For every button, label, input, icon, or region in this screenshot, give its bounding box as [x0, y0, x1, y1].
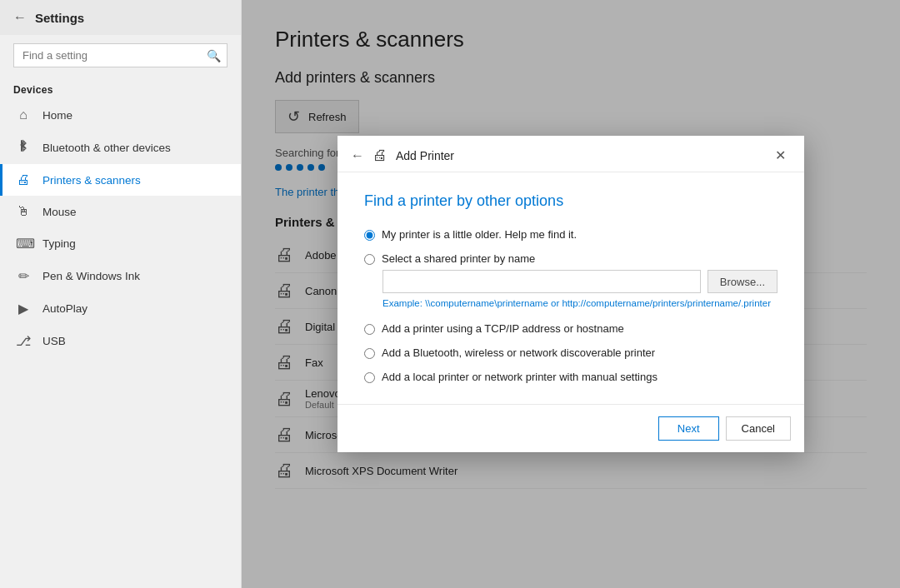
printer-icon: 🖨: [16, 172, 31, 187]
next-button[interactable]: Next: [658, 416, 719, 441]
pen-icon: ✏: [16, 268, 31, 284]
radio-label-tcpip[interactable]: Add a printer using a TCP/IP address or …: [382, 322, 624, 335]
radio-item-shared: Select a shared printer by name Browse..…: [364, 252, 778, 311]
radio-bluetooth[interactable]: [364, 348, 375, 359]
modal-title-text: Add Printer: [396, 149, 454, 162]
mouse-icon: 🖱: [16, 204, 31, 219]
radio-label-older[interactable]: My printer is a little older. Help me fi…: [382, 228, 577, 241]
sidebar-item-label: Pen & Windows Ink: [42, 270, 140, 282]
modal-back-button[interactable]: ←: [351, 148, 364, 163]
home-icon: ⌂: [16, 107, 31, 122]
autoplay-icon: ▶: [16, 301, 31, 316]
sidebar-back-icon[interactable]: ←: [13, 10, 27, 25]
radio-label-local[interactable]: Add a local printer or network printer w…: [382, 371, 658, 383]
sidebar-item-label: AutoPlay: [42, 302, 88, 315]
browse-button[interactable]: Browse...: [708, 270, 778, 293]
radio-older-printer[interactable]: [364, 230, 375, 241]
svg-rect-0: [21, 140, 22, 152]
radio-shared-printer[interactable]: [364, 254, 375, 265]
radio-item-older-printer: My printer is a little older. Help me fi…: [364, 228, 778, 241]
shared-printer-row: Browse...: [382, 270, 778, 293]
sidebar-item-label: Home: [42, 109, 72, 122]
modal-footer: Next Cancel: [338, 404, 804, 452]
radio-group: My printer is a little older. Help me fi…: [364, 228, 778, 383]
shared-printer-input[interactable]: [382, 270, 701, 293]
usb-icon: ⎇: [16, 333, 31, 349]
modal-overlay: ← 🖨 Add Printer ✕ Find a printer by othe…: [242, 0, 900, 588]
keyboard-icon: ⌨: [16, 236, 31, 252]
sidebar-search-container: 🔍: [13, 43, 228, 67]
sidebar-item-label: Printers & scanners: [42, 174, 141, 187]
radio-tcpip[interactable]: [364, 324, 375, 335]
modal-heading: Find a printer by other options: [364, 192, 778, 210]
sidebar-app-title: Settings: [35, 11, 84, 25]
main-content: Printers & scanners Add printers & scann…: [242, 0, 900, 588]
sidebar-item-home[interactable]: ⌂ Home: [0, 99, 241, 131]
modal-titlebar-left: ← 🖨 Add Printer: [351, 147, 454, 164]
modal-close-button[interactable]: ✕: [770, 146, 791, 165]
radio-label-shared[interactable]: Select a shared printer by name: [382, 252, 535, 265]
sidebar-item-label: USB: [42, 335, 66, 347]
sidebar-header: ← Settings: [0, 0, 241, 35]
bluetooth-icon: [16, 139, 31, 156]
example-text: Example: \\computername\printername or h…: [382, 296, 778, 311]
sidebar-item-bluetooth[interactable]: Bluetooth & other devices: [0, 131, 241, 164]
sidebar-section-label: Devices: [0, 76, 241, 99]
sidebar-item-label: Mouse: [42, 206, 77, 218]
search-icon: 🔍: [207, 49, 221, 62]
sidebar-item-label: Bluetooth & other devices: [42, 142, 171, 154]
sidebar-item-printers[interactable]: 🖨 Printers & scanners: [0, 164, 241, 196]
radio-local[interactable]: [364, 372, 375, 383]
radio-item-local: Add a local printer or network printer w…: [364, 371, 778, 383]
sidebar: ← Settings 🔍 Devices ⌂ Home Bluetooth & …: [0, 0, 242, 588]
sidebar-item-mouse[interactable]: 🖱 Mouse: [0, 196, 241, 227]
search-input[interactable]: [13, 43, 228, 67]
sidebar-item-typing[interactable]: ⌨ Typing: [0, 227, 241, 260]
sidebar-item-usb[interactable]: ⎇ USB: [0, 325, 241, 357]
cancel-button[interactable]: Cancel: [726, 416, 791, 441]
radio-item-bluetooth: Add a Bluetooth, wireless or network dis…: [364, 346, 778, 359]
radio-item-tcpip: Add a printer using a TCP/IP address or …: [364, 322, 778, 335]
sidebar-item-autoplay[interactable]: ▶ AutoPlay: [0, 292, 241, 325]
modal-body: Find a printer by other options My print…: [338, 172, 804, 404]
printer-dialog-icon: 🖨: [372, 147, 388, 164]
add-printer-modal: ← 🖨 Add Printer ✕ Find a printer by othe…: [338, 136, 804, 452]
radio-label-bluetooth[interactable]: Add a Bluetooth, wireless or network dis…: [382, 346, 655, 359]
sidebar-item-label: Typing: [42, 237, 76, 250]
sidebar-item-pen[interactable]: ✏ Pen & Windows Ink: [0, 260, 241, 292]
modal-titlebar: ← 🖨 Add Printer ✕: [338, 136, 804, 172]
